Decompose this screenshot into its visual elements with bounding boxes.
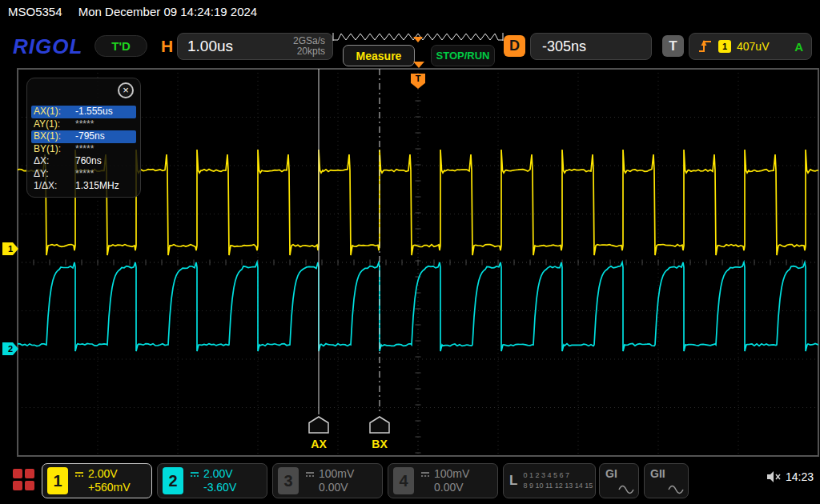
dc-coupling-icon xyxy=(189,470,200,478)
trigger-flag-letter: T xyxy=(416,74,421,83)
sine-wave-icon xyxy=(668,485,684,494)
channel-2-offset: -3.60V xyxy=(189,481,262,494)
acquisition-info: 2GSa/s 20kpts xyxy=(293,36,332,57)
waveform-display[interactable]: T AX BX × AX(1): -1.555us AY(1): xyxy=(17,68,819,457)
dc-coupling-icon xyxy=(304,470,316,478)
delay-label: D xyxy=(504,35,525,57)
cursor-flag-icon xyxy=(308,416,329,434)
memory-depth: 20kpts xyxy=(293,46,325,57)
trigger-slope-icon xyxy=(697,38,713,54)
cursor-row-label: ΔY: xyxy=(34,168,75,181)
cursor-row-value: ***** xyxy=(75,168,134,181)
memory-zigzag-icon xyxy=(332,30,504,43)
cursor-row-bx: BX(1): -795ns xyxy=(31,130,136,143)
trigger-label: T xyxy=(662,35,684,57)
channel-4-offset: 0.00V xyxy=(420,481,492,494)
delay-value: -305ns xyxy=(542,38,586,54)
channel-2-info: 2.00V -3.60V xyxy=(189,467,262,494)
memory-position-strip[interactable] xyxy=(332,30,504,43)
cursor-ax-label: AX xyxy=(308,438,329,450)
dc-coupling-icon xyxy=(420,470,431,478)
channel-2-block[interactable]: 2 2.00V -3.60V xyxy=(157,463,267,498)
dc-coupling-icon xyxy=(74,470,85,478)
cursor-row-ax: AX(1): -1.555us xyxy=(31,106,136,118)
gen1-label: GI xyxy=(605,467,617,480)
cursor-bx-flag[interactable]: BX xyxy=(369,416,390,450)
rigol-logo: RIGOL xyxy=(13,34,82,59)
cursor-row-freq: 1/ΔX: 1.315MHz xyxy=(31,180,136,193)
trigger-mode: A xyxy=(794,40,803,54)
ch2-ground-marker[interactable]: 2 xyxy=(2,342,18,355)
delay-control[interactable]: -305ns xyxy=(530,33,652,60)
channel-2-scale: 2.00V xyxy=(203,467,233,481)
channel-4-block[interactable]: 4 100mV 0.00V xyxy=(388,463,498,498)
cursor-row-dy: ΔY: ***** xyxy=(31,168,136,181)
cursor-row-label: BY(1): xyxy=(34,143,75,156)
toolbar: RIGOL T'D H 1.00us 2GSa/s 20kpts Measure… xyxy=(0,24,820,69)
gen1-block[interactable]: GI xyxy=(599,463,639,498)
channel-1-info: 2.00V +560mV xyxy=(74,467,147,494)
channel-1-badge: 1 xyxy=(47,467,68,494)
status-bar: MSO5354 Mon December 09 14:24:19 2024 xyxy=(0,0,820,24)
horizontal-label: H xyxy=(161,37,173,56)
cursor-row-value: ***** xyxy=(75,118,134,131)
cursor-row-value: 1.315MHz xyxy=(75,180,134,193)
trigger-status-badge: T'D xyxy=(94,35,147,57)
cursor-row-label: ΔX: xyxy=(34,155,75,168)
close-icon[interactable]: × xyxy=(118,82,134,98)
channel-3-info: 100mV 0.00V xyxy=(304,467,377,494)
clock: 14:23 xyxy=(786,470,814,483)
menu-grid-icon[interactable] xyxy=(13,469,34,490)
cursor-row-value: ***** xyxy=(75,143,134,156)
cursor-row-label: BX(1): xyxy=(34,130,75,143)
channel-2-badge: 2 xyxy=(163,467,183,494)
channel-3-offset: 0.00V xyxy=(304,481,377,494)
sine-wave-icon xyxy=(618,485,634,494)
channel-3-block[interactable]: 3 100mV 0.00V xyxy=(272,463,383,498)
cursor-row-by: BY(1): ***** xyxy=(31,143,136,156)
channel-3-badge: 3 xyxy=(278,467,299,494)
cursor-row-value: 760ns xyxy=(75,155,134,168)
cursor-row-label: 1/ΔX: xyxy=(34,180,75,193)
cursor-row-label: AX(1): xyxy=(34,106,75,118)
bottom-bar: 1 2.00V +560mV 2 xyxy=(0,458,820,504)
cursor-row-value: -1.555us xyxy=(75,106,134,118)
stop-run-button[interactable]: STOP/RUN xyxy=(431,45,495,66)
logic-digits: 0 1 2 3 4 5 6 7 8 9 10 11 12 13 14 15 xyxy=(523,464,593,498)
cursor-ax-flag[interactable]: AX xyxy=(308,416,329,450)
channel-4-info: 100mV 0.00V xyxy=(420,467,492,494)
channel-3-scale: 100mV xyxy=(319,467,354,481)
trigger-level: 407uV xyxy=(737,40,769,53)
measure-button[interactable]: Measure xyxy=(343,45,415,66)
gen2-block[interactable]: GII xyxy=(644,463,689,498)
model-name: MSO5354 xyxy=(8,5,62,18)
channel-1-block[interactable]: 1 2.00V +560mV xyxy=(42,463,152,498)
gen2-label: GII xyxy=(650,467,665,480)
clock-area: 14:23 xyxy=(766,470,814,483)
trigger-control[interactable]: 1 407uV A xyxy=(689,33,812,60)
logic-row-2: 8 9 10 11 12 13 14 15 xyxy=(523,481,593,491)
channel-4-scale: 100mV xyxy=(434,467,469,481)
cursor-flag-icon xyxy=(369,416,390,434)
mute-speaker-icon[interactable] xyxy=(766,471,781,482)
oscilloscope-screen: MSO5354 Mon December 09 14:24:19 2024 RI… xyxy=(0,0,820,504)
cursor-row-dx: ΔX: 760ns xyxy=(31,155,136,168)
trigger-delay-indicator xyxy=(413,62,424,68)
trigger-source-badge: 1 xyxy=(718,40,731,53)
channel-4-badge: 4 xyxy=(393,467,414,494)
cursor-results-panel[interactable]: × AX(1): -1.555us AY(1): ***** BX(1): -7… xyxy=(26,78,141,198)
timebase-value: 1.00us xyxy=(178,38,293,55)
channel-1-offset: +560mV xyxy=(74,481,147,494)
cursor-bx-label: BX xyxy=(369,438,390,450)
datetime: Mon December 09 14:24:19 2024 xyxy=(78,5,257,18)
cursor-row-ay: AY(1): ***** xyxy=(31,118,136,131)
cursor-rows: AX(1): -1.555us AY(1): ***** BX(1): -795… xyxy=(31,106,136,193)
cursor-row-value: -795ns xyxy=(75,130,134,143)
logic-row-1: 0 1 2 3 4 5 6 7 xyxy=(523,470,593,481)
logic-label: L xyxy=(504,464,523,498)
channel-1-scale: 2.00V xyxy=(88,467,118,481)
ch1-ground-marker[interactable]: 1 xyxy=(2,242,18,255)
logic-channels-block[interactable]: L 0 1 2 3 4 5 6 7 8 9 10 11 12 13 14 15 xyxy=(503,463,596,498)
cursor-row-label: AY(1): xyxy=(34,118,75,131)
timebase-control[interactable]: 1.00us 2GSa/s 20kpts xyxy=(177,33,333,60)
